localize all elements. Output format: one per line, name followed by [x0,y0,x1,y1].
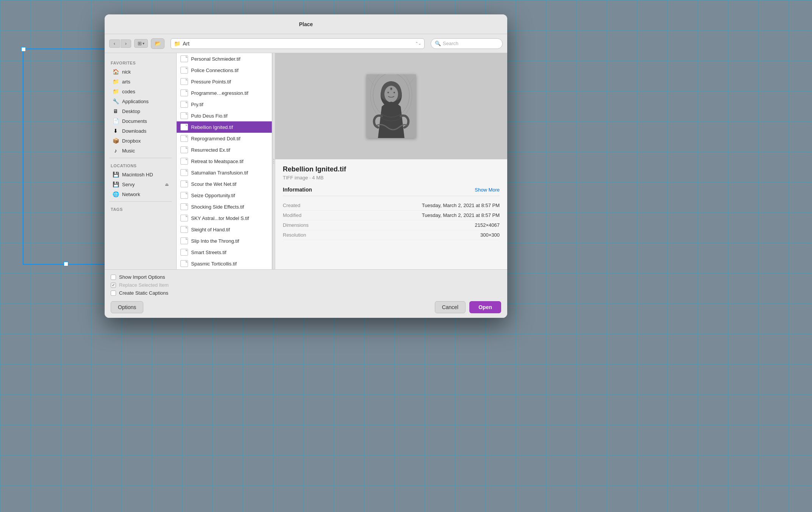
modified-label: Modified [283,212,301,218]
dimensions-value: 2152×4067 [475,222,500,228]
eject-button[interactable]: ⏏ [165,182,169,187]
list-item[interactable]: Seize Opportunity.tif [177,190,272,201]
preview-info: Rebellion Ignited.tif TIFF image · 4 MB … [275,159,507,269]
list-item[interactable]: Saturnalian Transfusion.tif [177,167,272,178]
footer-buttons: Options Cancel Open [111,301,501,313]
show-more-button[interactable]: Show More [475,187,500,193]
sidebar-item-music[interactable]: ♪ Music [106,146,175,155]
sidebar-documents-label: Documents [122,118,147,124]
sidebar-divider-2 [109,201,172,202]
created-value: Tuesday, March 2, 2021 at 8:57 PM [422,203,500,208]
resize-handle[interactable] [272,53,275,269]
desktop-icon: 🖥 [112,108,119,114]
show-import-row: Show Import Options [111,274,501,280]
tags-label: Tags [105,204,176,213]
sidebar-item-macintosh-hd[interactable]: 💾 Macintosh HD [106,170,175,179]
list-item[interactable]: Resurrected Ex.tif [177,144,272,155]
sidebar-desktop-label: Desktop [122,108,140,114]
file-list: Personal Schmieder.tif Police Connection… [177,53,272,269]
action-buttons: Cancel Open [435,301,501,313]
sidebar-item-servy[interactable]: 💾 Servy ⏏ [106,179,175,189]
cancel-button[interactable]: Cancel [435,301,466,313]
file-name: Scour the Wet Net.tif [191,181,237,187]
file-icon [180,55,188,63]
dimensions-label: Dimensions [283,222,309,228]
sidebar-item-codes[interactable]: 📁 codes [106,86,175,96]
location-bar[interactable]: 📁 Art ⌃⌄ [171,38,425,49]
file-icon-selected [180,123,188,131]
list-item[interactable]: Shocking Side Effects.tif [177,201,272,212]
list-item[interactable]: Programme…egression.tif [177,87,272,99]
sidebar-item-arts[interactable]: 📁 arts [106,77,175,86]
view-options-button[interactable]: ⊞ ▾ [134,39,148,48]
sidebar-item-dropbox[interactable]: 📦 Dropbox [106,136,175,146]
preview-image [367,74,416,138]
file-icon [180,237,188,245]
dialog-footer: Show Import Options ✓ Replace Selected I… [105,269,507,318]
list-item-selected[interactable]: Rebellion Ignited.tif [177,121,272,133]
file-name: Police Connections.tif [191,68,238,73]
list-item[interactable]: Police Connections.tif [177,64,272,76]
sidebar-nick-label: nick [122,69,131,75]
sidebar-item-desktop[interactable]: 🖥 Desktop [106,106,175,116]
search-bar[interactable]: 🔍 Search [431,38,503,49]
sidebar-dropbox-label: Dropbox [122,138,141,144]
list-item[interactable]: Reprogrammed Doll.tif [177,133,272,144]
sidebar-item-network[interactable]: 🌐 Network [106,189,175,199]
search-placeholder: Search [443,41,458,46]
list-item[interactable]: Personal Schmieder.tif [177,53,272,64]
documents-icon: 📄 [112,118,119,124]
sidebar-arts-label: arts [122,79,130,85]
folder-arts-icon: 📁 [112,79,119,85]
file-icon [180,203,188,210]
sidebar-music-label: Music [122,148,135,154]
file-name: Saturnalian Transfusion.tif [191,170,248,176]
drag-dots [273,159,274,163]
info-header: Information Show More [283,187,500,196]
file-icon [180,169,188,176]
dialog-body: Favorites 🏠 nick 📁 arts 📁 codes 🔧 Applic… [105,53,507,269]
sidebar-item-nick[interactable]: 🏠 nick [106,67,175,77]
info-row-dimensions: Dimensions 2152×4067 [283,220,500,230]
home-icon: 🏠 [112,69,119,75]
music-icon: ♪ [112,148,119,154]
favorites-label: Favorites [105,58,176,67]
list-item[interactable]: Pressure Points.tif [177,76,272,87]
sidebar-item-applications[interactable]: 🔧 Applications [106,96,175,106]
show-import-checkbox[interactable] [111,275,116,280]
forward-button[interactable]: › [121,39,131,48]
locations-label: Locations [105,160,176,170]
drag-dot [273,163,274,163]
list-item[interactable]: Pry.tif [177,99,272,110]
options-button[interactable]: Options [111,301,143,313]
file-name: Slip Into the Throng.tif [191,238,239,244]
location-content: 📁 Art [174,41,190,47]
file-name: Spasmic Torticollis.tif [191,261,237,267]
list-item[interactable]: Smart Streets.tif [177,247,272,258]
open-button[interactable]: Open [469,301,501,313]
sidebar-item-downloads[interactable]: ⬇ Downloads [106,126,175,136]
resolution-value: 300×300 [480,232,500,238]
list-item[interactable]: Scour the Wet Net.tif [177,178,272,190]
list-item[interactable]: SKY Astral...tor Model S.tif [177,212,272,224]
create-static-checkbox[interactable] [111,291,116,296]
toolbar: ‹ › ⊞ ▾ 📂 📁 Art ⌃⌄ 🔍 Search [105,34,507,53]
back-button[interactable]: ‹ [109,39,120,48]
new-folder-button[interactable]: 📂 [151,38,165,49]
list-item[interactable]: Spasmic Torticollis.tif [177,258,272,269]
sidebar-macintosh-hd-label: Macintosh HD [122,172,153,177]
info-row-created: Created Tuesday, March 2, 2021 at 8:57 P… [283,201,500,210]
list-item[interactable]: Retreat to Meatspace.tif [177,155,272,167]
replace-selected-checkbox[interactable]: ✓ [111,283,116,288]
svg-point-6 [391,88,392,90]
sidebar-item-documents[interactable]: 📄 Documents [106,116,175,126]
location-chevron-icon: ⌃⌄ [415,41,421,46]
list-item[interactable]: Puto Deus Fio.tif [177,110,272,121]
list-item[interactable]: Slip Into the Throng.tif [177,235,272,247]
location-text: Art [183,41,190,47]
sidebar-applications-label: Applications [122,99,149,104]
file-name: SKY Astral...tor Model S.tif [191,215,249,221]
file-icon [180,260,188,267]
list-item[interactable]: Sleight of Hand.tif [177,224,272,235]
file-name: Programme…egression.tif [191,90,248,96]
